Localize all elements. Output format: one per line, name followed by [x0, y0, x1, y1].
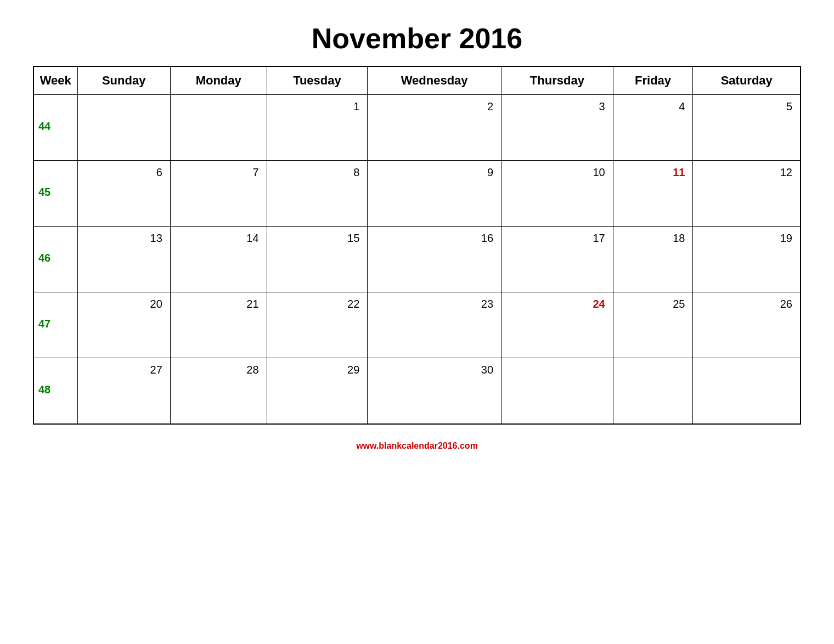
day-cell-4: 4	[613, 95, 693, 161]
header-saturday: Saturday	[693, 66, 801, 95]
day-cell-empty	[170, 95, 267, 161]
day-cell-15: 15	[267, 227, 368, 292]
day-cell-19: 19	[693, 227, 801, 292]
week-number-46: 46	[33, 227, 77, 292]
calendar-row-week-48: 4827282930	[33, 358, 801, 424]
header-tuesday: Tuesday	[267, 66, 368, 95]
day-cell-28: 28	[170, 358, 267, 424]
day-cell-27: 27	[77, 358, 170, 424]
day-cell-17: 17	[501, 227, 613, 292]
day-cell-1: 1	[267, 95, 368, 161]
calendar-header-row: Week Sunday Monday Tuesday Wednesday Thu…	[33, 66, 801, 95]
day-cell-20: 20	[77, 292, 170, 358]
header-thursday: Thursday	[501, 66, 613, 95]
calendar-table: Week Sunday Monday Tuesday Wednesday Thu…	[33, 66, 801, 425]
calendar-row-week-47: 4720212223242526	[33, 292, 801, 358]
day-cell-empty	[613, 358, 693, 424]
day-cell-21: 21	[170, 292, 267, 358]
day-cell-8: 8	[267, 161, 368, 227]
day-cell-23: 23	[368, 292, 501, 358]
calendar-row-week-44: 4412345	[33, 95, 801, 161]
day-cell-14: 14	[170, 227, 267, 292]
week-number-44: 44	[33, 95, 77, 161]
week-number-48: 48	[33, 358, 77, 424]
day-cell-3: 3	[501, 95, 613, 161]
day-cell-5: 5	[693, 95, 801, 161]
day-cell-25: 25	[613, 292, 693, 358]
header-monday: Monday	[170, 66, 267, 95]
page-title: November 2016	[312, 22, 522, 55]
day-cell-22: 22	[267, 292, 368, 358]
calendar-wrapper: Week Sunday Monday Tuesday Wednesday Thu…	[33, 66, 801, 425]
week-number-45: 45	[33, 161, 77, 227]
header-week: Week	[33, 66, 77, 95]
day-cell-empty	[501, 358, 613, 424]
calendar-row-week-46: 4613141516171819	[33, 227, 801, 292]
header-wednesday: Wednesday	[368, 66, 501, 95]
calendar-row-week-45: 456789101112	[33, 161, 801, 227]
header-friday: Friday	[613, 66, 693, 95]
day-cell-12: 12	[693, 161, 801, 227]
header-sunday: Sunday	[77, 66, 170, 95]
day-cell-16: 16	[368, 227, 501, 292]
week-number-47: 47	[33, 292, 77, 358]
day-cell-7: 7	[170, 161, 267, 227]
footer-link: www.blankcalendar2016.com	[356, 441, 478, 451]
day-cell-empty	[693, 358, 801, 424]
day-cell-9: 9	[368, 161, 501, 227]
day-cell-18: 18	[613, 227, 693, 292]
day-cell-29: 29	[267, 358, 368, 424]
day-cell-24: 24	[501, 292, 613, 358]
day-cell-13: 13	[77, 227, 170, 292]
day-cell-30: 30	[368, 358, 501, 424]
day-cell-6: 6	[77, 161, 170, 227]
day-cell-empty	[77, 95, 170, 161]
day-cell-11: 11	[613, 161, 693, 227]
day-cell-2: 2	[368, 95, 501, 161]
day-cell-10: 10	[501, 161, 613, 227]
day-cell-26: 26	[693, 292, 801, 358]
